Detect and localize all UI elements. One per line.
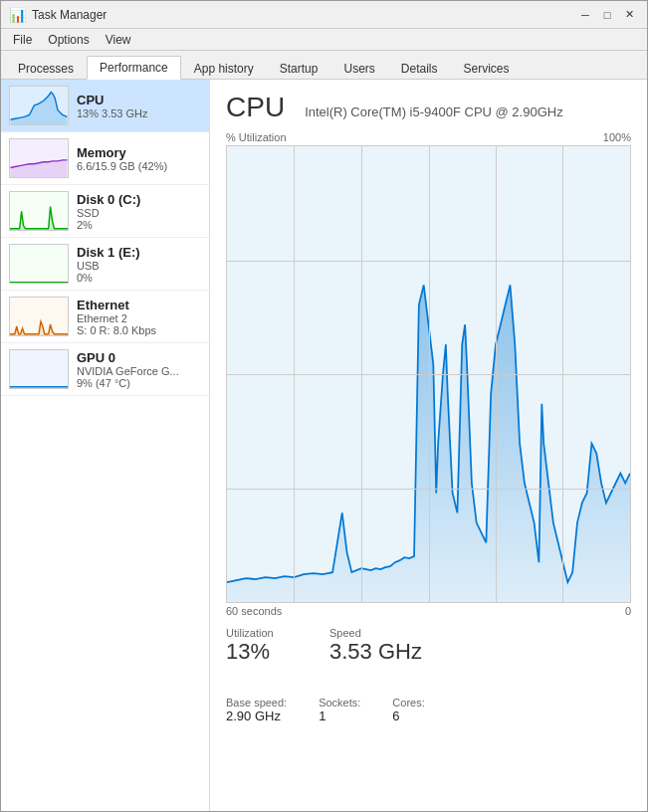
- detail-header: CPU Intel(R) Core(TM) i5-9400F CPU @ 2.9…: [226, 92, 631, 123]
- ethernet-info: Ethernet Ethernet 2 S: 0 R: 8.0 Kbps: [77, 298, 201, 336]
- sidebar-item-cpu[interactable]: CPU 13% 3.53 GHz: [1, 80, 209, 132]
- sockets-label: Sockets:: [319, 697, 360, 709]
- chart-x-start: 60 seconds: [226, 605, 282, 617]
- gpu-label: GPU 0: [77, 350, 201, 365]
- chart-time-labels: 60 seconds 0: [226, 605, 631, 617]
- detail-subtitle: Intel(R) Core(TM) i5-9400F CPU @ 2.90GHz: [305, 104, 563, 119]
- base-speed-item: Base speed: 2.90 GHz: [226, 697, 287, 723]
- sidebar-item-disk0[interactable]: Disk 0 (C:) SSD 2%: [1, 185, 209, 238]
- svg-rect-2: [10, 192, 68, 231]
- chart-y-max: 100%: [603, 131, 631, 143]
- memory-label: Memory: [77, 145, 201, 160]
- memory-sub: 6.6/15.9 GB (42%): [77, 160, 201, 172]
- memory-thumbnail: [9, 138, 69, 178]
- ethernet-sub2: S: 0 R: 8.0 Kbps: [77, 324, 201, 336]
- disk0-sub1: SSD: [77, 207, 201, 219]
- svg-rect-3: [10, 245, 68, 284]
- title-bar-left: 📊 Task Manager: [9, 7, 107, 23]
- tab-app-history[interactable]: App history: [181, 57, 267, 80]
- sidebar-item-memory[interactable]: Memory 6.6/15.9 GB (42%): [1, 132, 209, 185]
- disk1-info: Disk 1 (E:) USB 0%: [77, 245, 201, 284]
- app-icon: 📊: [9, 7, 26, 23]
- stat-speed: Speed 3.53 GHz: [329, 627, 422, 665]
- cpu-info: CPU 13% 3.53 GHz: [77, 93, 201, 119]
- tab-users[interactable]: Users: [330, 57, 387, 80]
- task-manager-window: 📊 Task Manager ─ □ ✕ File Options View P…: [0, 0, 648, 812]
- gpu-thumbnail: [9, 349, 69, 389]
- tab-services[interactable]: Services: [451, 57, 523, 80]
- minimize-button[interactable]: ─: [575, 5, 595, 25]
- cpu-chart: [226, 145, 631, 603]
- disk1-sub1: USB: [77, 260, 201, 272]
- cores-label: Cores:: [392, 697, 424, 709]
- stat-utilization: Utilization 13%: [226, 627, 306, 665]
- gpu-info: GPU 0 NVIDIA GeForce G... 9% (47 °C): [77, 350, 201, 389]
- disk0-info: Disk 0 (C:) SSD 2%: [77, 192, 201, 231]
- ethernet-sub1: Ethernet 2: [77, 312, 201, 324]
- sockets-value: 1: [319, 709, 360, 723]
- tabs-bar: Processes Performance App history Startu…: [1, 51, 647, 80]
- speed-label: Speed: [329, 627, 422, 639]
- disk0-thumbnail: [9, 191, 69, 231]
- cores-item: Cores: 6: [392, 697, 424, 723]
- cpu-thumbnail: [9, 86, 69, 125]
- sidebar: CPU 13% 3.53 GHz Memory 6.6/15.9 GB (42%…: [1, 80, 210, 811]
- stat-details: Base speed: 2.90 GHz Sockets: 1 Cores: 6: [226, 697, 425, 723]
- detail-panel: CPU Intel(R) Core(TM) i5-9400F CPU @ 2.9…: [210, 80, 647, 811]
- chart-labels: % Utilization 100%: [226, 131, 631, 143]
- disk1-label: Disk 1 (E:): [77, 245, 201, 260]
- disk1-sub2: 0%: [77, 272, 201, 284]
- title-bar-controls: ─ □ ✕: [575, 5, 639, 25]
- sockets-item: Sockets: 1: [319, 697, 360, 723]
- memory-info: Memory 6.6/15.9 GB (42%): [77, 145, 201, 172]
- sidebar-item-gpu[interactable]: GPU 0 NVIDIA GeForce G... 9% (47 °C): [1, 343, 209, 396]
- sidebar-item-ethernet[interactable]: Ethernet Ethernet 2 S: 0 R: 8.0 Kbps: [1, 291, 209, 343]
- disk1-thumbnail: [9, 244, 69, 284]
- utilization-label: Utilization: [226, 627, 306, 639]
- chart-y-label: % Utilization: [226, 131, 287, 143]
- ethernet-thumbnail: [9, 297, 69, 336]
- menu-options[interactable]: Options: [40, 29, 97, 50]
- tab-details[interactable]: Details: [388, 57, 451, 80]
- tab-startup[interactable]: Startup: [267, 57, 331, 80]
- base-speed-label: Base speed:: [226, 697, 287, 709]
- speed-value: 3.53 GHz: [329, 639, 422, 665]
- cores-value: 6: [392, 709, 424, 723]
- cpu-label: CPU: [77, 93, 201, 107]
- gpu-sub2: 9% (47 °C): [77, 377, 201, 389]
- menu-bar: File Options View: [1, 29, 647, 51]
- close-button[interactable]: ✕: [619, 5, 639, 25]
- svg-rect-5: [10, 350, 68, 389]
- sidebar-item-disk1[interactable]: Disk 1 (E:) USB 0%: [1, 238, 209, 291]
- chart-x-end: 0: [625, 605, 631, 617]
- tab-performance[interactable]: Performance: [87, 56, 181, 80]
- menu-file[interactable]: File: [5, 29, 40, 50]
- stats-row: Utilization 13% Speed 3.53 GHz Base spee…: [226, 627, 631, 723]
- maximize-button[interactable]: □: [597, 5, 617, 25]
- base-speed-value: 2.90 GHz: [226, 709, 287, 723]
- disk0-sub2: 2%: [77, 219, 201, 231]
- detail-title: CPU: [226, 92, 285, 123]
- gpu-sub1: NVIDIA GeForce G...: [77, 365, 201, 377]
- menu-view[interactable]: View: [98, 29, 139, 50]
- window-title: Task Manager: [32, 8, 107, 22]
- disk0-label: Disk 0 (C:): [77, 192, 201, 207]
- tab-processes[interactable]: Processes: [5, 57, 87, 80]
- title-bar: 📊 Task Manager ─ □ ✕: [1, 1, 647, 29]
- utilization-value: 13%: [226, 639, 306, 665]
- ethernet-label: Ethernet: [77, 298, 201, 312]
- cpu-sub: 13% 3.53 GHz: [77, 107, 201, 119]
- main-content: CPU 13% 3.53 GHz Memory 6.6/15.9 GB (42%…: [1, 80, 647, 811]
